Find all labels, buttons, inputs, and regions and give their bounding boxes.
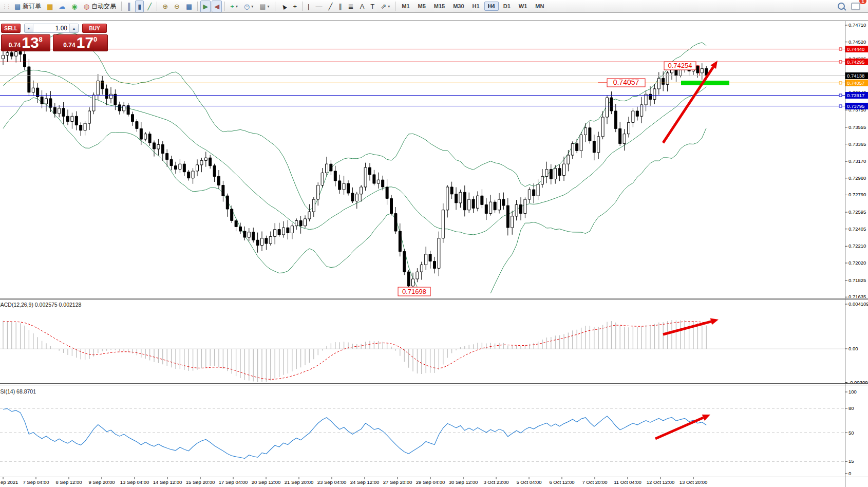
rsi-tick-label: 100 [848, 389, 857, 395]
time-axis-label: 29 Sep 04:00 [416, 479, 445, 485]
time-axis-label: 7 Oct 20:00 [582, 479, 607, 485]
line-anchor-handle[interactable] [839, 48, 842, 50]
sell-price-sup: 8 [39, 35, 43, 43]
price-tick-label: 0.72020 [848, 260, 866, 266]
time-axis-label: 6 Oct 12:00 [549, 479, 574, 485]
macd-tick-label: -0.003097 [848, 380, 868, 385]
price-tick-label: 0.73555 [848, 124, 866, 130]
time-axis-label: ep 2021 [1, 479, 18, 485]
price-badge-0.74138: 0.74138 [845, 72, 868, 79]
svg-text:0.74254: 0.74254 [668, 62, 692, 69]
svg-text:0.74057: 0.74057 [613, 78, 639, 86]
price-tick-label: 0.72790 [848, 192, 866, 197]
buy-button[interactable]: BUY [82, 24, 107, 33]
chart-svg: 0.742540.740570.716980.747100.745200.743… [0, 0, 868, 487]
time-axis-label: 11 Oct 04:00 [614, 479, 641, 485]
buy-price-display[interactable]: 0.74 17 0 [53, 34, 108, 51]
volume-decrease-button[interactable]: ▼ [25, 24, 33, 32]
time-axis-label: 14 Sep 12:00 [153, 479, 182, 485]
line-anchor-handle[interactable] [839, 82, 842, 84]
svg-text:0.73917: 0.73917 [847, 92, 864, 98]
volume-increase-button[interactable]: ▲ [69, 24, 78, 32]
line-anchor-handle[interactable] [839, 105, 842, 107]
sell-price-big: 13 [22, 35, 39, 50]
sell-button[interactable]: SELL [1, 24, 21, 33]
one-click-trading-panel: SELL ▼ ▲ BUY 0.74 13 8 0.74 17 0 [1, 24, 108, 51]
macd-label: MACD(12,26,9) 0.002575 0.002128 [0, 302, 82, 308]
price-tick-label: 0.74710 [848, 22, 866, 28]
time-axis-label: 3 Oct 23:00 [483, 479, 508, 485]
svg-text:0.74295: 0.74295 [847, 59, 864, 65]
svg-text:0.74057: 0.74057 [847, 80, 864, 86]
time-axis-label: 7 Sep 04:00 [23, 479, 49, 485]
svg-text:0.74440: 0.74440 [847, 46, 864, 52]
line-anchor-handle[interactable] [839, 94, 842, 97]
price-tick-label: 0.73365 [848, 141, 866, 147]
volume-input[interactable] [33, 24, 69, 32]
sell-price-prefix: 0.74 [9, 42, 21, 49]
price-badge-0.74057: 0.74057 [845, 80, 868, 86]
buy-price-prefix: 0.74 [63, 42, 75, 49]
chart-background [0, 13, 868, 487]
price-badge-0.74295: 0.74295 [845, 59, 868, 65]
svg-text:0.71698: 0.71698 [402, 288, 426, 295]
rsi-tick-label: 50 [848, 430, 854, 436]
svg-text:0.74138: 0.74138 [847, 73, 864, 79]
time-axis-label: 13 Oct 20:00 [680, 479, 707, 485]
macd-tick-label: 0.004109 [848, 301, 868, 307]
price-tick-label: 0.71825 [848, 277, 866, 283]
time-axis-label: 27 Sep 20:00 [383, 479, 412, 485]
macd-tick-label: 0.00 [848, 346, 858, 351]
time-axis-label: 5 Oct 04:00 [516, 479, 541, 485]
buy-price-sup: 0 [93, 35, 97, 43]
svg-text:0.73795: 0.73795 [847, 103, 864, 109]
line-anchor-handle[interactable] [839, 61, 842, 63]
rsi-tick-label: 80 [848, 405, 854, 411]
price-annotation-0.71698[interactable]: 0.71698 [398, 287, 430, 296]
time-axis-label: 15 Sep 20:00 [186, 479, 215, 485]
time-axis-label: 8 Sep 12:00 [55, 479, 82, 485]
price-badge-0.74440: 0.74440 [845, 46, 868, 52]
price-tick-label: 0.74520 [848, 39, 866, 45]
sell-price-display[interactable]: 0.74 13 8 [1, 34, 50, 51]
volume-stepper: ▼ ▲ [24, 24, 79, 33]
price-tick-label: 0.73170 [848, 158, 866, 164]
time-axis-label: 20 Sep 12:00 [252, 479, 281, 485]
time-axis-label: 24 Sep 12:00 [350, 479, 380, 485]
price-annotation-0.74254[interactable]: 0.74254 [664, 62, 696, 70]
price-tick-label: 0.72980 [848, 175, 866, 181]
time-axis-label: 9 Sep 20:00 [88, 479, 115, 485]
price-tick-label: 0.71635 [848, 294, 866, 299]
mt4-application-window: ⋮⋮▤新订单▆☁◉◍自动交易║▮╱⊕⊖▦▶◀+▾◷▾▤▾▲+|—╱∥≣AT⇗▾M… [0, 0, 868, 487]
price-badge-0.73795: 0.73795 [845, 103, 868, 109]
trade-panel-prices: 0.74 13 8 0.74 17 0 [1, 34, 108, 51]
price-annotation-0.74057[interactable]: 0.74057 [607, 78, 645, 87]
time-axis-label: 23 Sep 04:00 [317, 479, 347, 485]
price-tick-label: 0.72210 [848, 243, 866, 249]
price-tick-label: 0.72405 [848, 226, 866, 232]
time-axis-label: 30 Sep 12:00 [449, 479, 478, 485]
time-axis-label: 12 Oct 12:00 [647, 479, 674, 485]
rsi-tick-label: 0 [848, 471, 851, 476]
time-axis-label: 13 Sep 04:00 [120, 479, 149, 485]
buy-price-big: 17 [77, 35, 93, 50]
trade-panel-row: SELL ▼ ▲ BUY [1, 24, 108, 33]
rsi-tick-label: 15 [848, 458, 854, 464]
price-badge-0.73917: 0.73917 [845, 92, 868, 99]
price-tick-label: 0.72595 [848, 209, 866, 215]
rsi-label: RSI(14) 68.8701 [0, 388, 36, 395]
time-axis-label: 17 Sep 04:00 [219, 479, 248, 485]
time-axis-label: 21 Sep 20:00 [285, 479, 314, 485]
